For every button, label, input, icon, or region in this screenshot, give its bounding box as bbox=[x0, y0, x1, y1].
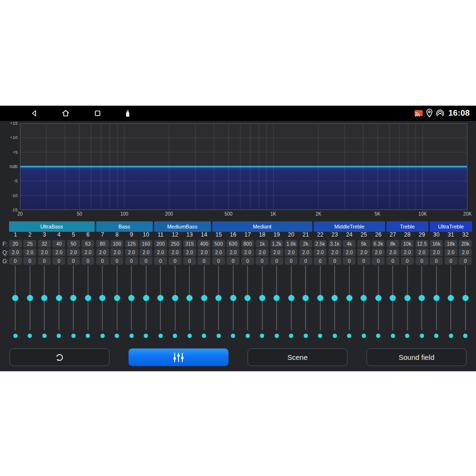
band-gain-slider[interactable] bbox=[139, 266, 154, 330]
slider-thumb[interactable] bbox=[419, 295, 425, 301]
band-gain-slider[interactable] bbox=[400, 266, 415, 330]
band-gain-slider[interactable] bbox=[327, 266, 342, 330]
band-number: 31 bbox=[444, 231, 458, 239]
db-tick-label: -5 bbox=[0, 178, 18, 183]
slider-thumb[interactable] bbox=[216, 295, 222, 301]
band-gain-value: 0 bbox=[23, 257, 36, 265]
band-indicator-dot bbox=[434, 334, 438, 338]
slider-thumb[interactable] bbox=[274, 295, 280, 301]
band-gain-slider[interactable] bbox=[52, 266, 67, 330]
slider-thumb[interactable] bbox=[346, 295, 352, 301]
band-gain-slider[interactable] bbox=[255, 266, 270, 330]
band-gain-slider[interactable] bbox=[458, 266, 473, 330]
slider-thumb[interactable] bbox=[143, 295, 149, 301]
band-gain-slider[interactable] bbox=[95, 266, 110, 330]
band-group-bass[interactable]: Bass bbox=[96, 221, 153, 232]
slider-thumb[interactable] bbox=[303, 295, 309, 301]
slider-thumb[interactable] bbox=[99, 295, 106, 301]
slider-thumb[interactable] bbox=[375, 295, 381, 301]
band-gain-slider[interactable] bbox=[429, 266, 444, 330]
slider-thumb[interactable] bbox=[404, 295, 410, 301]
usb-icon[interactable] bbox=[123, 109, 132, 118]
recents-icon[interactable] bbox=[93, 109, 102, 118]
slider-thumb[interactable] bbox=[201, 295, 207, 301]
sound-field-button[interactable]: Sound field bbox=[367, 348, 466, 366]
slider-thumb[interactable] bbox=[433, 295, 439, 301]
band-group-ultrabass[interactable]: UltraBass bbox=[9, 221, 95, 232]
band-number: 28 bbox=[400, 231, 415, 239]
band-gain-slider[interactable] bbox=[269, 266, 284, 330]
band-gain-slider[interactable] bbox=[444, 266, 458, 330]
band-gain-slider[interactable] bbox=[386, 266, 400, 330]
band-gain-value: 0 bbox=[299, 257, 312, 265]
slider-thumb[interactable] bbox=[70, 295, 77, 301]
band-q-value: 2.0 bbox=[110, 248, 123, 256]
band-group-middletreble[interactable]: MiddleTreble bbox=[314, 221, 385, 232]
band-indicator-dot bbox=[318, 334, 322, 338]
back-icon[interactable] bbox=[30, 109, 39, 118]
band-gain-slider[interactable] bbox=[197, 266, 212, 330]
band-group-ultratreble[interactable]: UltraTreble bbox=[430, 221, 472, 232]
slider-thumb[interactable] bbox=[288, 295, 294, 301]
band-number: 22 bbox=[313, 231, 328, 239]
home-icon[interactable] bbox=[61, 109, 70, 118]
slider-thumb[interactable] bbox=[361, 295, 367, 301]
band-gain-slider[interactable] bbox=[124, 266, 139, 330]
band-gain-slider[interactable] bbox=[110, 266, 125, 330]
band-q-value: 2.0 bbox=[401, 248, 414, 256]
band-gain-slider[interactable] bbox=[153, 266, 168, 330]
slider-thumb[interactable] bbox=[56, 295, 62, 301]
slider-thumb[interactable] bbox=[12, 295, 19, 301]
slider-thumb[interactable] bbox=[27, 295, 33, 301]
band-number: 26 bbox=[371, 231, 386, 239]
band-gain-slider[interactable] bbox=[226, 266, 241, 330]
slider-thumb[interactable] bbox=[332, 295, 338, 301]
band-gain-slider[interactable] bbox=[168, 266, 183, 330]
band-gain-slider[interactable] bbox=[357, 266, 371, 330]
band-indicator-dot bbox=[376, 334, 380, 338]
slider-thumb[interactable] bbox=[158, 295, 164, 301]
band-gain-slider[interactable] bbox=[66, 266, 81, 330]
band-gain-slider[interactable] bbox=[23, 266, 38, 330]
slider-thumb[interactable] bbox=[259, 295, 265, 301]
band-group-mediant[interactable]: Mediant bbox=[212, 221, 313, 232]
slider-thumb[interactable] bbox=[129, 295, 135, 301]
band-gain-value: 0 bbox=[183, 257, 196, 265]
band-indicator-dot-cell bbox=[66, 334, 81, 339]
band-gain-slider[interactable] bbox=[240, 266, 255, 330]
band-gain-slider[interactable] bbox=[182, 266, 197, 330]
band-gain-slider[interactable] bbox=[298, 266, 313, 330]
slider-thumb[interactable] bbox=[317, 295, 323, 301]
band-gain-slider[interactable] bbox=[284, 266, 299, 330]
band-gain-slider[interactable] bbox=[81, 266, 96, 330]
slider-thumb[interactable] bbox=[245, 295, 251, 301]
band-group-mediumbass[interactable]: MediumBass bbox=[154, 221, 211, 232]
scene-button[interactable]: Scene bbox=[248, 348, 347, 366]
band-indicator-dot bbox=[391, 334, 395, 338]
band-gain-slider[interactable] bbox=[342, 266, 357, 330]
band-gain-slider[interactable] bbox=[415, 266, 429, 330]
band-indicator-dot bbox=[144, 334, 148, 338]
slider-thumb[interactable] bbox=[462, 295, 468, 301]
band-gain-slider[interactable] bbox=[8, 266, 23, 330]
slider-thumb[interactable] bbox=[41, 295, 48, 301]
reset-button[interactable] bbox=[10, 348, 109, 366]
slider-thumb[interactable] bbox=[114, 295, 120, 301]
slider-thumb[interactable] bbox=[85, 295, 91, 301]
band-gain-slider[interactable] bbox=[313, 266, 328, 330]
slider-thumb[interactable] bbox=[187, 295, 193, 301]
band-gain-slider[interactable] bbox=[211, 266, 226, 330]
band-q-value: 2.0 bbox=[67, 248, 80, 256]
band-group-treble[interactable]: Treble bbox=[387, 221, 429, 232]
slider-thumb[interactable] bbox=[448, 295, 454, 301]
slider-thumb[interactable] bbox=[230, 295, 236, 301]
equalizer-button[interactable] bbox=[129, 348, 228, 366]
band-gain-value: 0 bbox=[343, 257, 356, 265]
band-gain-value: 0 bbox=[125, 257, 138, 265]
band-gain-slider[interactable] bbox=[37, 266, 52, 330]
band-freq-value: 63 bbox=[81, 240, 94, 248]
slider-thumb[interactable] bbox=[390, 295, 396, 301]
band-gain-slider[interactable] bbox=[371, 266, 386, 330]
band-q-value: 2.0 bbox=[285, 248, 298, 256]
slider-thumb[interactable] bbox=[172, 295, 178, 301]
